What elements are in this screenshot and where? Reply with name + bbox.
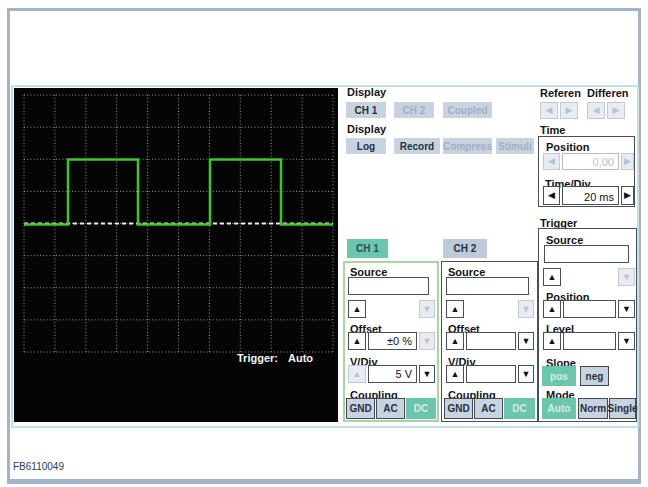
time-position-value[interactable]: 0,00 (562, 153, 619, 170)
figure-id-label: FB6110049 (13, 461, 64, 472)
time-position-increase-button[interactable]: ▶ (621, 153, 634, 170)
ch2-vdiv-down-button[interactable]: ▼ (518, 365, 534, 383)
down-arrow-icon: ▼ (622, 337, 631, 346)
down-arrow-icon: ▼ (423, 337, 432, 346)
right-arrow-icon: ▶ (624, 157, 631, 166)
trigger-level-down-button[interactable]: ▼ (618, 332, 635, 350)
left-arrow-icon: ◀ (548, 191, 555, 200)
difference-prev-button[interactable]: ◀ (587, 102, 605, 119)
up-arrow-icon: ▲ (451, 337, 460, 346)
trigger-position-up-button[interactable]: ▲ (543, 300, 561, 318)
ch1-offset-value[interactable]: ±0 % (368, 332, 417, 350)
down-arrow-icon: ▼ (622, 305, 631, 314)
down-arrow-icon: ▼ (622, 273, 631, 282)
ch2-offset-up-button[interactable]: ▲ (446, 332, 464, 350)
reference-label: Referen (540, 87, 581, 99)
display-ch2-button[interactable]: CH 2 (394, 102, 434, 118)
ch2-source-input[interactable] (446, 277, 529, 295)
left-arrow-icon: ◀ (593, 106, 600, 115)
trigger-status-value: Auto (288, 352, 313, 364)
time-group-box: Position ◀ 0,00 ▶ Time/Div ◀ 20 ms ▶ (538, 136, 635, 207)
stimuli-button[interactable]: Stimuli (496, 138, 534, 154)
trigger-position-down-button[interactable]: ▼ (618, 300, 635, 318)
up-arrow-icon: ▲ (548, 273, 557, 282)
trigger-status-label: Trigger: (237, 352, 278, 364)
slope-pos-button[interactable]: pos (542, 366, 576, 386)
time-position-label: Position (546, 141, 589, 153)
mode-single-button[interactable]: Single (609, 398, 636, 419)
up-arrow-icon: ▲ (548, 305, 557, 314)
ch1-vdiv-up-button[interactable]: ▲ (348, 365, 366, 383)
ch1-vdiv-down-button[interactable]: ▼ (419, 365, 435, 383)
up-arrow-icon: ▲ (548, 337, 557, 346)
ch1-gnd-button[interactable]: GND (346, 398, 375, 419)
display-modes-label: Display (347, 123, 386, 135)
ch2-offset-down-button[interactable]: ▼ (518, 332, 534, 350)
trigger-source-down-button[interactable]: ▼ (618, 268, 635, 286)
ch1-panel: Source ▲ ▼ Offset ▲ ±0 % ▼ V/Div ▲ 5 V ▼… (343, 261, 439, 422)
down-arrow-icon: ▼ (522, 305, 531, 314)
trigger-source-up-button[interactable]: ▲ (543, 268, 561, 286)
time-group-label: Time (540, 124, 565, 136)
ch1-ac-button[interactable]: AC (376, 398, 405, 419)
ch2-offset-value[interactable] (466, 332, 516, 350)
ch2-dc-button[interactable]: DC (504, 398, 535, 419)
trigger-source-input[interactable] (544, 245, 629, 263)
ch1-source-up-button[interactable]: ▲ (348, 300, 366, 318)
log-button[interactable]: Log (346, 138, 386, 154)
ch2-ac-button[interactable]: AC (474, 398, 503, 419)
ch2-vdiv-value[interactable] (466, 365, 516, 383)
reference-next-button[interactable]: ▶ (560, 102, 578, 119)
scope-graticule (14, 88, 338, 422)
timediv-increase-button[interactable]: ▶ (621, 186, 634, 205)
ch1-vdiv-value[interactable]: 5 V (368, 365, 417, 383)
tab-ch2[interactable]: CH 2 (443, 239, 487, 258)
time-position-decrease-button[interactable]: ◀ (543, 153, 560, 170)
up-arrow-icon: ▲ (353, 305, 362, 314)
right-arrow-icon: ▶ (566, 106, 573, 115)
display-channels-label: Display (347, 86, 386, 98)
left-arrow-icon: ◀ (546, 106, 553, 115)
mode-auto-button[interactable]: Auto (542, 398, 576, 419)
ch2-vdiv-up-button[interactable]: ▲ (446, 365, 464, 383)
ch1-offset-up-button[interactable]: ▲ (348, 332, 366, 350)
trigger-level-up-button[interactable]: ▲ (543, 332, 561, 350)
trigger-group-box: Source ▲ ▼ Position ▲ ▼ Level ▲ ▼ Slope … (538, 228, 637, 422)
reference-prev-button[interactable]: ◀ (540, 102, 558, 119)
up-arrow-icon: ▲ (451, 370, 460, 379)
up-arrow-icon: ▲ (353, 370, 362, 379)
compress-button[interactable]: Compress (443, 138, 492, 154)
display-coupled-button[interactable]: Coupled (443, 102, 492, 118)
ch1-dc-button[interactable]: DC (406, 398, 436, 419)
right-arrow-icon: ▶ (624, 191, 631, 200)
up-arrow-icon: ▲ (353, 337, 362, 346)
display-ch1-button[interactable]: CH 1 (346, 102, 386, 118)
down-arrow-icon: ▼ (522, 370, 531, 379)
down-arrow-icon: ▼ (423, 305, 432, 314)
timediv-value[interactable]: 20 ms (562, 186, 619, 205)
difference-next-button[interactable]: ▶ (607, 102, 625, 119)
oscilloscope-window: Trigger: Auto Display CH 1 CH 2 Coupled … (0, 0, 648, 487)
right-arrow-icon: ▶ (613, 106, 620, 115)
down-arrow-icon: ▼ (423, 370, 432, 379)
trigger-level-value[interactable] (563, 332, 616, 350)
left-arrow-icon: ◀ (548, 157, 555, 166)
mode-norm-button[interactable]: Norm (578, 398, 608, 419)
ch2-gnd-button[interactable]: GND (444, 398, 473, 419)
ch2-source-down-button[interactable]: ▼ (518, 300, 534, 318)
ch1-source-down-button[interactable]: ▼ (419, 300, 435, 318)
slope-neg-button[interactable]: neg (580, 366, 609, 386)
ch1-source-input[interactable] (348, 277, 429, 295)
ch2-panel: Source ▲ ▼ Offset ▲ ▼ V/Div ▲ ▼ Coupling… (441, 261, 538, 422)
tab-ch1[interactable]: CH 1 (347, 239, 388, 258)
up-arrow-icon: ▲ (451, 305, 460, 314)
ch2-source-up-button[interactable]: ▲ (446, 300, 464, 318)
difference-label: Differen (587, 87, 629, 99)
down-arrow-icon: ▼ (522, 337, 531, 346)
ch1-offset-down-button[interactable]: ▼ (419, 332, 435, 350)
record-button[interactable]: Record (394, 138, 440, 154)
timediv-decrease-button[interactable]: ◀ (543, 186, 560, 205)
scope-display: Trigger: Auto (14, 88, 338, 422)
trigger-position-value[interactable] (563, 300, 616, 318)
